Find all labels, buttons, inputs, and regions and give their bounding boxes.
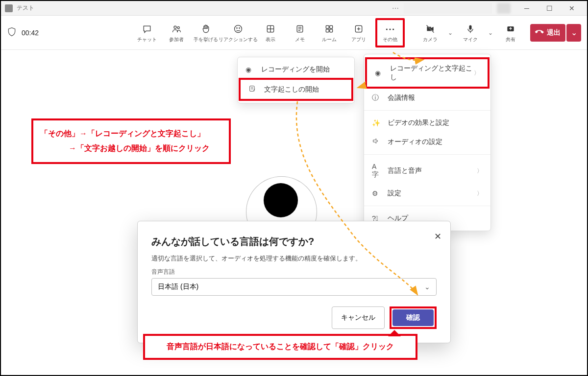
call-timer: 00:42 <box>22 29 39 37</box>
menu-meeting-info-label: 会議情報 <box>388 94 415 102</box>
rooms-icon <box>324 23 334 35</box>
svg-point-1 <box>177 26 179 28</box>
search-area-blurred <box>404 3 492 14</box>
language-dialog: ✕ みんなが話している言語は何ですか? 適切な言語を選択して、オーディオを処理す… <box>137 221 451 343</box>
view-label: 表示 <box>266 36 275 43</box>
menu-language-label: 言語と音声 <box>388 166 422 175</box>
menu-separator <box>364 154 490 155</box>
share-button[interactable]: 共有 <box>496 18 525 47</box>
dialog-description: 適切な言語を選択して、オーディオを処理する機能の精度を確保します。 <box>151 254 437 263</box>
window-maximize-button[interactable]: ☐ <box>538 1 561 16</box>
instruction-callout-confirm: 音声言語が日本語になっていることを確認して「確認」クリック <box>143 334 417 360</box>
dialog-close-button[interactable]: ✕ <box>434 231 441 242</box>
svg-rect-13 <box>330 25 333 28</box>
meeting-toolbar: 00:42 チャット 参加者 手を挙げる リアクションする 表示 メモ <box>1 16 587 50</box>
menu-video-effects-label: ビデオの効果と設定 <box>388 118 449 127</box>
record-icon: ◉ <box>375 69 384 77</box>
chat-button[interactable]: チャット <box>132 18 162 47</box>
dialog-title: みんなが話している言語は何ですか? <box>151 235 437 248</box>
view-button[interactable]: 表示 <box>256 18 285 47</box>
apps-icon <box>354 23 364 35</box>
meeting-stage: ◉ レコーディングを開始 文字起こしの開始 ◉ レコーディングと文字起こし 〉 … <box>1 50 587 375</box>
chevron-down-icon: ⌄ <box>424 283 430 291</box>
chat-icon <box>142 23 152 35</box>
chevron-right-icon: 〉 <box>474 69 480 77</box>
user-avatar-blurred <box>497 3 511 14</box>
language-selected-value: 日本語 (日本) <box>158 282 198 291</box>
menu-video-effects[interactable]: ✨ ビデオの効果と設定 <box>364 114 490 132</box>
more-label: その他 <box>383 36 397 43</box>
leave-dropdown[interactable]: ⌄ <box>566 24 581 42</box>
mic-button[interactable]: マイク <box>456 18 485 47</box>
raise-hand-button[interactable]: 手を挙げる <box>191 18 220 47</box>
share-icon <box>506 23 515 35</box>
reactions-label: リアクションする <box>219 36 258 43</box>
mic-dropdown[interactable]: ⌄ <box>485 29 496 36</box>
svg-rect-21 <box>469 25 472 29</box>
language-icon: A字 <box>372 163 382 179</box>
participants-label: 参加者 <box>169 36 184 43</box>
camera-off-icon <box>425 23 435 35</box>
svg-point-0 <box>174 26 176 28</box>
mic-label: マイク <box>463 36 478 43</box>
dialog-field-label: 音声言語 <box>151 268 437 276</box>
sparkle-icon: ✨ <box>372 119 382 127</box>
menu-separator <box>364 206 490 206</box>
menu-settings[interactable]: ⚙ 設定 〉 <box>364 184 490 203</box>
menu-settings-label: 設定 <box>388 189 401 198</box>
start-transcription-label: 文字起こしの開始 <box>264 85 319 94</box>
record-icon: ◉ <box>245 66 255 73</box>
camera-dropdown[interactable]: ⌄ <box>445 29 456 36</box>
window-titlebar: テスト ⋯ ─ ☐ ✕ <box>1 1 587 16</box>
camera-label: カメラ <box>423 36 438 43</box>
chevron-right-icon: 〉 <box>477 167 483 175</box>
instruction-callout-steps: 「その他」→「レコーディングと文字起こし」 →「文字お越しの開始」を順にクリック <box>31 118 231 164</box>
info-icon: ⓘ <box>372 94 382 102</box>
apps-button[interactable]: アプリ <box>344 18 373 47</box>
teams-logo-icon <box>5 4 13 12</box>
reactions-button[interactable]: リアクションする <box>220 18 256 47</box>
language-select[interactable]: 日本語 (日本) ⌄ <box>151 278 437 296</box>
recording-submenu: ◉ レコーディングを開始 文字起こしの開始 <box>237 57 355 103</box>
menu-language-speech[interactable]: A字 言語と音声 〉 <box>364 158 490 184</box>
speaker-icon <box>372 137 382 146</box>
svg-point-3 <box>237 27 237 28</box>
menu-recording-transcription[interactable]: ◉ レコーディングと文字起こし 〉 <box>365 57 490 89</box>
hangup-icon <box>535 27 544 38</box>
shield-icon <box>7 27 17 39</box>
leave-button[interactable]: 退出 <box>530 24 565 42</box>
notes-button[interactable]: メモ <box>285 18 315 47</box>
start-transcription-item[interactable]: 文字起こしの開始 <box>239 78 353 101</box>
camera-button[interactable]: カメラ <box>416 18 445 47</box>
menu-separator <box>364 110 490 111</box>
start-recording-item[interactable]: ◉ レコーディングを開始 <box>238 60 354 79</box>
rooms-label: ルーム <box>322 36 337 43</box>
more-button[interactable]: ⋯ その他 <box>375 18 405 47</box>
gear-icon: ⚙ <box>372 189 382 197</box>
share-label: 共有 <box>506 36 515 43</box>
more-dropdown-menu: ◉ レコーディングと文字起こし 〉 ⓘ 会議情報 ✨ ビデオの効果と設定 オーデ… <box>364 54 491 231</box>
notes-label: メモ <box>295 36 305 43</box>
svg-rect-14 <box>326 29 329 32</box>
callout-line2: →「文字お越しの開始」を順にクリック <box>40 141 222 156</box>
chat-label: チャット <box>137 36 157 43</box>
menu-audio-settings[interactable]: オーディオの設定 <box>364 132 490 151</box>
mic-icon <box>466 23 475 35</box>
window-minimize-button[interactable]: ─ <box>515 1 538 16</box>
leave-label: 退出 <box>547 28 561 37</box>
cancel-button[interactable]: キャンセル <box>332 306 385 329</box>
transcript-icon <box>248 85 258 94</box>
window-close-button[interactable]: ✕ <box>561 1 583 16</box>
menu-meeting-info[interactable]: ⓘ 会議情報 <box>364 89 490 107</box>
apps-label: アプリ <box>351 36 366 43</box>
raise-hand-label: 手を挙げる <box>194 36 218 43</box>
participants-button[interactable]: 参加者 <box>162 18 191 47</box>
smile-icon <box>233 23 243 35</box>
menu-audio-settings-label: オーディオの設定 <box>388 138 442 146</box>
svg-point-2 <box>235 25 242 32</box>
window-more-icon[interactable]: ⋯ <box>392 4 399 12</box>
svg-rect-12 <box>326 25 329 28</box>
callout-confirm-text: 音声言語が日本語になっていることを確認して「確認」クリック <box>152 342 409 352</box>
rooms-button[interactable]: ルーム <box>315 18 344 47</box>
svg-rect-15 <box>330 29 333 32</box>
